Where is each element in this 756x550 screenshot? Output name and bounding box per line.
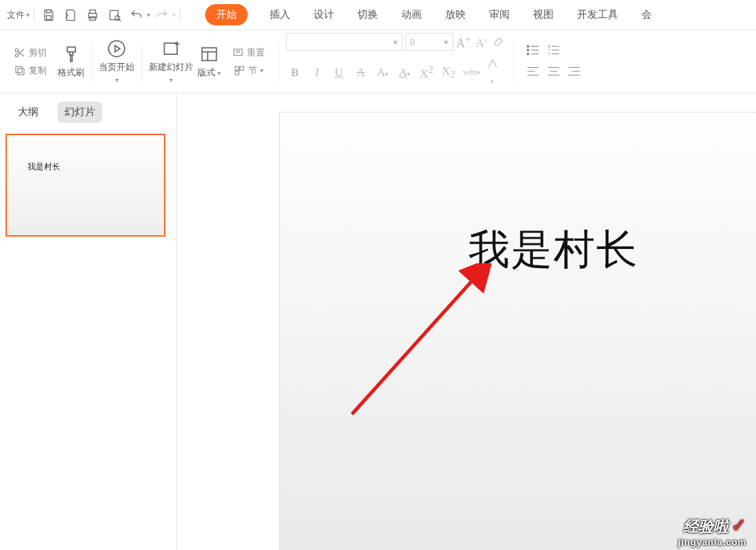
increase-font-icon[interactable]: A+ [456, 34, 471, 51]
highlight-button[interactable]: A▾ [397, 66, 412, 80]
slide-group: 重置 节 ▾ [225, 43, 272, 81]
svg-point-18 [527, 45, 529, 47]
svg-rect-3 [90, 10, 95, 13]
format-row: B I U A A▾ A▾ X2 X2 wén▾ ▾ [286, 55, 507, 90]
svg-rect-9 [18, 69, 24, 75]
checkmark-icon: ✓ [731, 515, 746, 536]
brush-icon [62, 45, 81, 64]
font-color-button[interactable]: A▾ [375, 66, 390, 80]
svg-rect-10 [16, 67, 22, 73]
save-as-icon[interactable] [60, 5, 81, 25]
separator [34, 8, 34, 22]
reset-icon [232, 47, 244, 59]
svg-point-19 [527, 49, 529, 51]
play-from-label: 当页开始 [99, 61, 134, 73]
play-from-current-button[interactable]: 当页开始 ▾ [99, 39, 134, 84]
eraser-icon[interactable] [492, 34, 507, 49]
outline-tab[interactable]: 大纲 [11, 101, 45, 123]
svg-rect-4 [90, 16, 95, 20]
chevron-down-icon: ▾ [444, 37, 449, 47]
tab-review[interactable]: 审阅 [488, 4, 511, 25]
copy-label: 复制 [29, 64, 47, 77]
save-icon[interactable] [38, 5, 59, 25]
redo-icon[interactable] [152, 5, 172, 25]
bold-button[interactable]: B [287, 66, 303, 80]
svg-rect-1 [47, 15, 51, 19]
layout-icon [200, 45, 219, 64]
slide-thumbnail-1[interactable]: 我是村长 [5, 134, 165, 237]
tab-animation[interactable]: 动画 [400, 4, 423, 25]
new-slide-label: 新建幻灯片 [149, 61, 193, 73]
superscript-button[interactable]: X2 [419, 64, 434, 81]
tab-design[interactable]: 设计 [312, 4, 335, 25]
slides-tab[interactable]: 幻灯片 [58, 101, 102, 123]
phonetic-button[interactable]: wén▾ [463, 67, 478, 77]
tab-developer[interactable]: 开发工具 [576, 4, 619, 25]
file-menu[interactable]: 文件 [5, 5, 26, 25]
watermark: 经验啦 ✓ jingyanla.com [678, 515, 746, 547]
slide-canvas[interactable]: 我是村长 [280, 112, 756, 550]
print-icon[interactable] [82, 5, 103, 25]
undo-dropdown-icon[interactable]: ▾ [147, 11, 150, 19]
clipboard-group: 剪切 复制 [7, 43, 54, 81]
chevron-down-icon: ▾ [115, 76, 119, 84]
decrease-font-icon[interactable]: A- [474, 34, 489, 49]
italic-button[interactable]: I [309, 66, 324, 80]
file-label: 文件 [7, 9, 25, 21]
separator [141, 41, 142, 82]
chevron-down-icon: ▾ [260, 67, 263, 74]
svg-rect-0 [47, 10, 51, 12]
format-painter-button[interactable]: 格式刷 [58, 45, 84, 79]
watermark-url: jingyanla.com [678, 537, 746, 547]
numbering-button[interactable] [546, 43, 561, 60]
tab-view[interactable]: 视图 [532, 4, 555, 25]
font-size-selector[interactable]: 0▾ [405, 33, 453, 51]
chevron-down-icon[interactable]: ▾ [26, 11, 29, 19]
font-effect-button[interactable]: ▾ [485, 58, 500, 87]
tab-insert[interactable]: 插入 [268, 4, 292, 25]
layout-button[interactable]: 版式 ▾ [198, 45, 221, 79]
paragraph-group [521, 40, 586, 84]
new-slide-button[interactable]: 新建幻灯片 ▾ [149, 39, 193, 84]
new-slide-icon [162, 39, 181, 58]
separator [91, 41, 92, 82]
tab-home[interactable]: 开始 [205, 4, 248, 25]
tab-transition[interactable]: 切换 [356, 4, 379, 25]
menu-bar: 开始 插入 设计 切换 动画 放映 审阅 视图 开发工具 会 [205, 0, 653, 30]
section-button[interactable]: 节 ▾ [231, 63, 266, 78]
section-label: 节 [248, 64, 257, 77]
undo-icon[interactable] [126, 5, 147, 25]
copy-button[interactable]: 复制 [11, 63, 49, 78]
format-painter-label: 格式刷 [58, 67, 84, 79]
thumbnail-title: 我是村长 [27, 161, 60, 173]
chevron-down-icon: ▾ [215, 69, 221, 77]
reset-label: 重置 [247, 47, 265, 59]
watermark-brand: 经验啦 [683, 518, 729, 535]
reset-button[interactable]: 重置 [229, 45, 268, 60]
font-selector[interactable]: ▾ [286, 33, 403, 51]
svg-line-21 [352, 277, 475, 414]
slide-title-text[interactable]: 我是村长 [469, 222, 639, 278]
slide-panel: 大纲 幻灯片 我是村长 [0, 93, 177, 550]
canvas-area: 我是村长 [177, 93, 756, 550]
tab-slideshow[interactable]: 放映 [444, 4, 467, 25]
svg-rect-16 [240, 67, 244, 70]
scissors-icon [14, 47, 26, 59]
align-right-button[interactable] [567, 64, 582, 81]
align-left-button[interactable] [525, 64, 541, 81]
content-area: 大纲 幻灯片 我是村长 我是村长 [0, 93, 756, 550]
tab-more[interactable]: 会 [640, 4, 653, 25]
redo-dropdown-icon[interactable]: ▾ [172, 11, 176, 19]
section-icon [233, 64, 246, 77]
underline-button[interactable]: U [331, 66, 346, 80]
align-center-button[interactable] [546, 64, 561, 81]
svg-point-11 [108, 40, 124, 56]
print-preview-icon[interactable] [104, 5, 125, 25]
bullets-button[interactable] [525, 43, 541, 60]
strikethrough-button[interactable]: A [353, 66, 368, 80]
separator [514, 41, 515, 82]
svg-rect-15 [235, 67, 239, 70]
quick-access-toolbar: 文件 ▾ ▾ ▾ 开始 插入 设计 切换 动画 放映 审阅 视图 开发工具 会 [0, 0, 756, 30]
subscript-button[interactable]: X2 [441, 64, 456, 80]
cut-button[interactable]: 剪切 [11, 45, 49, 60]
